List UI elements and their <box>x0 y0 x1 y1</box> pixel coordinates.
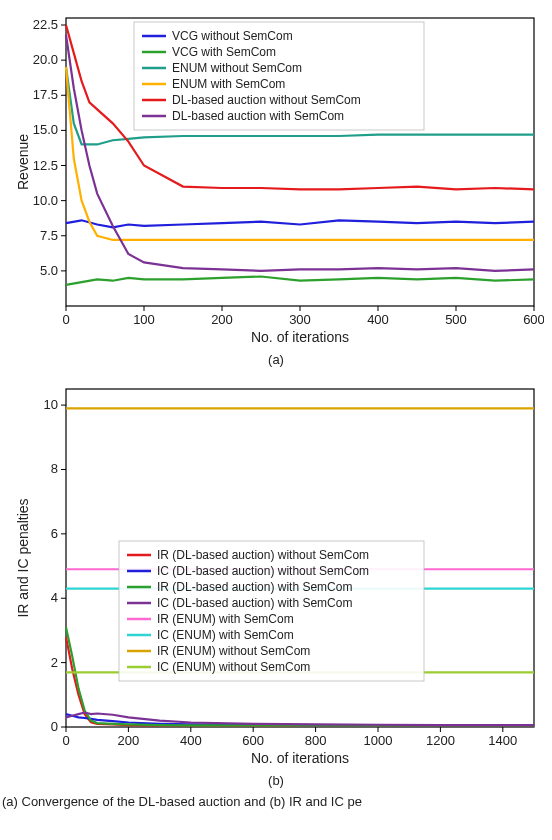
svg-text:VCG without SemCom: VCG without SemCom <box>172 29 293 43</box>
svg-text:Revenue: Revenue <box>15 134 31 190</box>
svg-text:IR (ENUM) with SemCom: IR (ENUM) with SemCom <box>157 612 294 626</box>
svg-text:IC (DL-based auction) with Sem: IC (DL-based auction) with SemCom <box>157 596 352 610</box>
svg-text:DL-based auction without SemCo: DL-based auction without SemCom <box>172 93 361 107</box>
caption-a: (a) <box>0 352 552 367</box>
svg-text:600: 600 <box>242 733 264 748</box>
svg-text:100: 100 <box>133 312 155 327</box>
svg-text:IR (ENUM) without SemCom: IR (ENUM) without SemCom <box>157 644 310 658</box>
svg-text:7.5: 7.5 <box>40 228 58 243</box>
caption-b: (b) <box>0 773 552 788</box>
svg-text:IC (ENUM) with SemCom: IC (ENUM) with SemCom <box>157 628 294 642</box>
svg-text:10: 10 <box>44 397 58 412</box>
svg-text:1200: 1200 <box>426 733 455 748</box>
svg-text:600: 600 <box>523 312 544 327</box>
svg-text:IC (ENUM) without SemCom: IC (ENUM) without SemCom <box>157 660 310 674</box>
chart-revenue: 01002003004005006005.07.510.012.515.017.… <box>14 10 544 350</box>
figure-footer-text: (a) Convergence of the DL-based auction … <box>0 788 552 809</box>
svg-text:800: 800 <box>305 733 327 748</box>
svg-text:400: 400 <box>180 733 202 748</box>
svg-text:IR (DL-based auction) with Sem: IR (DL-based auction) with SemCom <box>157 580 352 594</box>
svg-text:VCG with SemCom: VCG with SemCom <box>172 45 276 59</box>
svg-text:ENUM with SemCom: ENUM with SemCom <box>172 77 285 91</box>
svg-text:2: 2 <box>51 655 58 670</box>
svg-text:0: 0 <box>62 733 69 748</box>
svg-text:200: 200 <box>118 733 140 748</box>
svg-text:22.5: 22.5 <box>33 17 58 32</box>
svg-text:IR and IC penalties: IR and IC penalties <box>15 498 31 617</box>
svg-text:1000: 1000 <box>364 733 393 748</box>
svg-text:17.5: 17.5 <box>33 87 58 102</box>
svg-text:No. of iterations: No. of iterations <box>251 750 349 766</box>
svg-text:8: 8 <box>51 461 58 476</box>
svg-text:12.5: 12.5 <box>33 158 58 173</box>
svg-text:No. of iterations: No. of iterations <box>251 329 349 345</box>
svg-text:5.0: 5.0 <box>40 263 58 278</box>
svg-text:ENUM without SemCom: ENUM without SemCom <box>172 61 302 75</box>
svg-text:IR (DL-based auction) without : IR (DL-based auction) without SemCom <box>157 548 369 562</box>
svg-text:500: 500 <box>445 312 467 327</box>
svg-text:400: 400 <box>367 312 389 327</box>
svg-text:1400: 1400 <box>488 733 517 748</box>
svg-text:0: 0 <box>51 719 58 734</box>
svg-text:IC (DL-based auction) without : IC (DL-based auction) without SemCom <box>157 564 369 578</box>
svg-text:0: 0 <box>62 312 69 327</box>
svg-text:4: 4 <box>51 590 58 605</box>
svg-text:DL-based auction with SemCom: DL-based auction with SemCom <box>172 109 344 123</box>
chart-penalties: 02004006008001000120014000246810No. of i… <box>14 381 544 771</box>
svg-text:15.0: 15.0 <box>33 122 58 137</box>
svg-text:10.0: 10.0 <box>33 193 58 208</box>
svg-text:6: 6 <box>51 526 58 541</box>
svg-text:20.0: 20.0 <box>33 52 58 67</box>
svg-text:300: 300 <box>289 312 311 327</box>
svg-text:200: 200 <box>211 312 233 327</box>
